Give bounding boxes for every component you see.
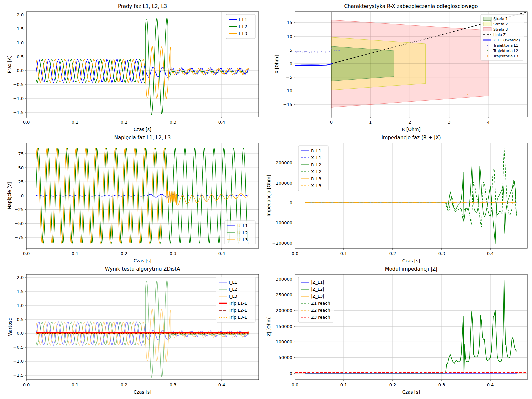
x-axis-label: Czas [s] <box>134 258 152 263</box>
y-tick-label: 0.5 <box>17 54 24 59</box>
legend-label: X_L2 <box>311 169 321 174</box>
y-tick-label: 10 <box>287 34 292 39</box>
legend-marker-Trajektoria L3 <box>487 55 488 57</box>
y-tick-label: 200000 <box>276 308 292 313</box>
y-tick-label: 25 <box>18 179 24 184</box>
y-tick-label: 1.5 <box>17 26 24 31</box>
plot-area <box>305 148 517 244</box>
y-tick-label: −15 <box>283 102 292 107</box>
axes-frame <box>295 143 527 248</box>
x-tick-label: 0 <box>330 120 332 125</box>
chart-title-rx: Charakterystyka R-X zabezpieczenia odleg… <box>344 3 478 9</box>
legend-label: R_L1 <box>311 148 321 153</box>
legend-label: I_L3 <box>239 31 247 36</box>
x-tick-label: 2 <box>408 120 411 125</box>
y-tick-label: −0.5 <box>13 82 24 87</box>
y-tick-label: 1.0 <box>17 303 24 308</box>
x-tick-label: 0.0 <box>23 120 30 125</box>
x-tick-label: 0.3 <box>170 120 177 125</box>
chart-impedances: 0.00.10.20.30.4−200000−10000001000002000… <box>266 135 527 263</box>
y-tick-label: 15 <box>287 20 292 25</box>
chart-rx: 01234−15−10−5051015Charakterystyka R-X z… <box>274 3 527 132</box>
y-tick-label: 100000 <box>276 339 292 344</box>
y-tick-label: −50 <box>15 221 24 226</box>
chart-title-currents: Prady faz L1, L2, L3 <box>118 3 167 9</box>
y-tick-label: 5 <box>290 48 292 53</box>
y-tick-label: −1.5 <box>13 373 24 378</box>
x-tick-label: 3 <box>448 120 450 125</box>
x-tick-label: 0.3 <box>170 251 177 256</box>
legend-label: U_L3 <box>237 237 248 242</box>
legend-label: U_L1 <box>237 223 248 228</box>
x-tick-label: 0.2 <box>121 120 128 125</box>
y-tick-label: 0 <box>290 371 292 376</box>
x-tick-label: 0.2 <box>121 382 128 387</box>
y-tick-label: −75 <box>15 235 24 240</box>
legend-label: Trajektoria L2 <box>493 49 518 53</box>
legend-label: Strefa 2 <box>493 22 508 26</box>
legend-label: |Z_L1| <box>311 280 324 285</box>
y-tick-label: −1.0 <box>13 96 24 101</box>
x-axis-label: Czas [s] <box>402 258 420 263</box>
legend: I_L1I_L2I_L3 <box>226 14 255 39</box>
y-tick-label: 200000 <box>276 160 292 165</box>
chart-title-voltages: Napięcia faz L1, L2, L3 <box>114 135 171 141</box>
legend-label: I_L2 <box>239 24 247 29</box>
y-tick-label: 250000 <box>276 292 292 297</box>
y-tick-label: 1.5 <box>17 289 24 294</box>
x-tick-label: 0.1 <box>72 382 79 387</box>
y-axis-label: Napięcie [V] <box>7 182 12 209</box>
legend: Strefa 1Strefa 2Strefa 3Linia ZZ_L1 (zwa… <box>481 14 524 60</box>
legend-label: |Z_L2| <box>311 287 324 292</box>
legend-label: Linia Z <box>493 33 506 37</box>
y-tick-label: 100000 <box>276 181 292 186</box>
x-axis-label: Czas [s] <box>402 389 420 395</box>
legend-label: Z1 reach <box>311 301 330 306</box>
x-tick-label: 0.3 <box>438 382 445 387</box>
y-tick-label: 2.0 <box>17 275 24 280</box>
y-tick-label: 1.0 <box>17 40 24 45</box>
x-tick-label: 0.4 <box>218 251 225 256</box>
chart-algo-test: 0.00.10.20.30.4−1.5−1.0−0.50.00.51.01.52… <box>7 266 259 395</box>
y-tick-label: −10 <box>283 88 292 93</box>
x-tick-label: 0.1 <box>72 120 79 125</box>
chart-currents: 0.00.10.20.30.4−1.5−1.0−0.50.00.51.01.52… <box>7 3 259 132</box>
chart-title-impedances: Impedancje faz (R + jX) <box>381 135 441 141</box>
y-tick-label: −1.5 <box>13 110 24 115</box>
x-tick-label: 0.1 <box>340 251 347 256</box>
legend: R_L1X_L1R_L2X_L2R_L3X_L3 <box>298 146 328 191</box>
x-tick-label: 0.4 <box>487 251 494 256</box>
y-tick-label: −1.0 <box>13 359 24 364</box>
x-tick-label: 0.3 <box>170 382 177 387</box>
y-tick-label: 0.5 <box>17 317 24 322</box>
plot-area <box>36 18 249 115</box>
chart-voltages: 0.00.10.20.30.4−75−50−250255075Napięcia … <box>7 135 259 263</box>
y-tick-label: 0 <box>290 61 292 66</box>
y-axis-label: Wartosc <box>7 318 13 336</box>
y-tick-label: −25 <box>15 207 24 212</box>
chart-title-algo-test: Wynik testu algorytmu ZDistA <box>105 266 180 272</box>
legend-swatch-Strefa 3 <box>483 28 491 31</box>
legend-swatch-Strefa 1 <box>483 17 491 21</box>
legend-swatch-Strefa 2 <box>483 22 491 26</box>
y-tick-label: 300000 <box>276 277 292 282</box>
legend-label: |Z_L3| <box>311 294 324 299</box>
charts-canvas: 0.00.10.20.30.4−1.5−1.0−0.50.00.51.01.52… <box>0 0 532 399</box>
x-tick-label: 0.3 <box>438 251 445 256</box>
series-Z_L2_abs <box>305 280 517 373</box>
y-tick-label: 0.0 <box>17 68 24 73</box>
legend-label: X_L3 <box>311 183 321 188</box>
legend-label: Strefa 1 <box>493 17 508 21</box>
x-tick-label: 0.1 <box>72 251 79 256</box>
legend-label: I_L1 <box>229 280 237 285</box>
y-tick-label: 50 <box>18 165 24 170</box>
axes-frame <box>26 12 259 117</box>
x-tick-label: 0.4 <box>218 120 225 125</box>
y-axis-label: Impedancja [Ohm] <box>266 175 271 216</box>
x-tick-label: 0.4 <box>218 382 225 387</box>
x-axis-label: R [Ohm] <box>402 127 421 132</box>
grid <box>26 12 259 117</box>
y-tick-label: 75 <box>18 151 24 156</box>
legend-label: Strefa 3 <box>493 27 508 32</box>
series-R_L2 <box>305 165 517 244</box>
